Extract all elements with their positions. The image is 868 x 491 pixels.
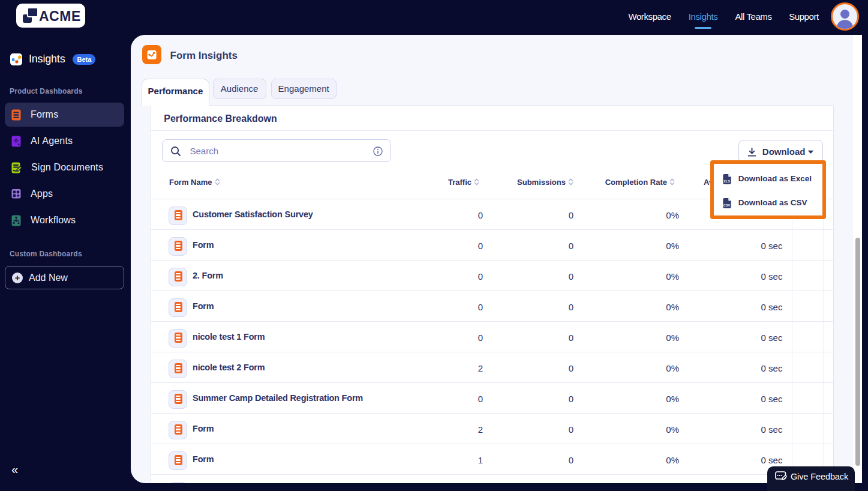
svg-text:XLS: XLS <box>723 179 730 182</box>
svg-text:CSV: CSV <box>723 203 730 207</box>
